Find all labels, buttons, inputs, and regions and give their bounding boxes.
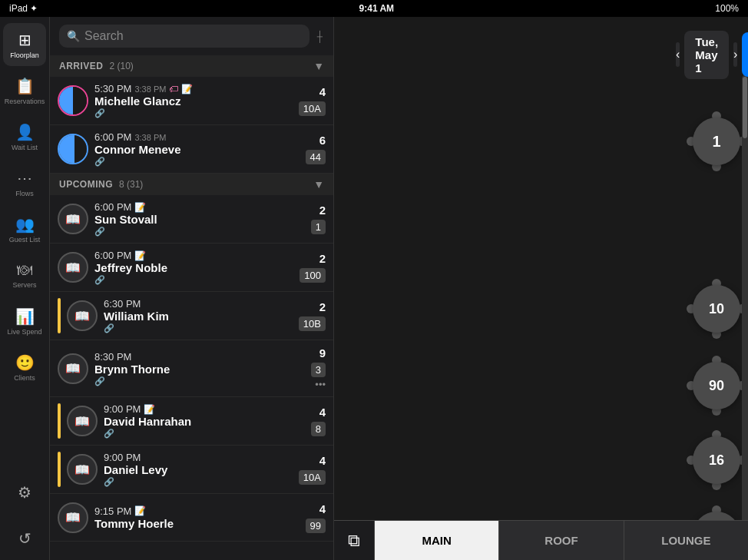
main-layout: ⊞ Floorplan 📋 Reservations 👤 Wait List ⋯… [0, 17, 748, 560]
table-90[interactable]: 90 [685, 354, 748, 417]
ipad-label: iPad ✦ [9, 3, 38, 14]
status-daniel: 📖 [67, 454, 98, 485]
search-input-wrap[interactable]: 🔍 [59, 25, 309, 48]
sidebar-item-settings[interactable]: ⚙ [3, 471, 46, 514]
sidebar-item-refresh[interactable]: ↺ [3, 517, 46, 560]
sidebar-item-flows[interactable]: ⋯ Flows [3, 161, 46, 204]
prev-date-btn[interactable]: ‹ [676, 42, 680, 67]
william-name: William Kim [104, 310, 291, 323]
sun-info: 6:00 PM 📝 Sun Stovall 🔗 [94, 201, 291, 237]
jeffrey-right: 2 100 [291, 252, 326, 283]
tommy-right: 4 99 [291, 502, 326, 533]
michelle-arrived-time: 5:30 PM 3:38 PM 🏷 📝 [94, 83, 291, 94]
search-bar: 🔍 ⟊ [50, 17, 333, 55]
next-date-btn[interactable]: › [733, 42, 737, 67]
tab-roof[interactable]: ROOF [498, 521, 623, 560]
jeffrey-party: 2 [319, 252, 326, 265]
res-item-brynn[interactable]: 📖 8:30 PM Brynn Thorne 🔗 9 3 ••• [50, 340, 333, 397]
reservation-panel: 🔍 ⟊ ARRIVED 2 (10) ▼ 5:30 PM 3:38 PM 🏷 [50, 17, 334, 560]
servers-icon: 🍽 [17, 261, 32, 279]
section-upcoming[interactable]: UPCOMING 8 (31) ▼ [50, 174, 333, 195]
tommy-note-icon: 📝 [134, 505, 146, 516]
tag-icon: 🏷 [169, 84, 178, 94]
jeffrey-note-icon: 📝 [134, 250, 146, 261]
section-arrived[interactable]: ARRIVED 2 (10) ▼ [50, 55, 333, 77]
david-meta: 🔗 [104, 429, 291, 439]
upcoming-list: 📖 6:00 PM 📝 Sun Stovall 🔗 2 1 [50, 195, 333, 560]
sun-meta: 🔗 [94, 227, 291, 237]
daniel-info: 9:00 PM Daniel Levy 🔗 [104, 452, 291, 487]
upcoming-count: 8 (31) [119, 179, 143, 190]
table-1[interactable]: 1 [685, 110, 748, 173]
sidebar-item-waitlist[interactable]: 👤 Wait List [3, 115, 46, 158]
sidebar-item-livespend[interactable]: 📊 Live Spend [3, 300, 46, 343]
livespend-label: Live Spend [7, 328, 41, 336]
arrived-count: 2 (10) [110, 61, 134, 71]
waitlist-label: Wait List [12, 144, 38, 151]
tab-main[interactable]: MAIN [374, 521, 498, 560]
arrived-title: ARRIVED [59, 61, 104, 71]
status-indicator-michelle [58, 85, 88, 116]
connor-arrived-right: 6 44 [291, 134, 326, 164]
link-icon: 🔗 [94, 108, 105, 118]
res-item-william[interactable]: 📖 6:30 PM William Kim 🔗 2 10B [50, 292, 333, 340]
michelle-table: 10A [299, 101, 326, 116]
brynn-party: 9 [319, 346, 326, 360]
michelle-arrived-info: 5:30 PM 3:38 PM 🏷 📝 Michelle Glancz 🔗 [94, 83, 291, 118]
res-item-michelle-arrived[interactable]: 5:30 PM 3:38 PM 🏷 📝 Michelle Glancz 🔗 4 … [50, 77, 333, 125]
clients-label: Clients [14, 374, 35, 382]
table-16[interactable]: 16 [685, 429, 748, 492]
sidebar-item-floorplan[interactable]: ⊞ Floorplan [3, 23, 46, 66]
layers-button[interactable]: ⧉ [334, 521, 374, 561]
david-time: 9:00 PM 📝 [104, 403, 291, 415]
status-left: iPad ✦ [9, 3, 38, 14]
floorplan-icon: ⊞ [18, 31, 31, 49]
date-label[interactable]: Tue, May 1 [684, 31, 729, 79]
david-right: 4 8 [291, 406, 326, 436]
jeffrey-table: 100 [300, 268, 326, 283]
brynn-info: 8:30 PM Brynn Thorne 🔗 [94, 351, 291, 386]
daniel-party: 4 [319, 454, 326, 467]
connor-arrived-meta: 🔗 [94, 157, 291, 167]
daniel-name: Daniel Levy [104, 463, 291, 476]
daniel-table: 10A [299, 470, 326, 485]
guestlist-label: Guest List [9, 236, 41, 244]
urgent-stripe-david [58, 403, 61, 439]
waitlist-icon: 👤 [15, 123, 35, 141]
brynn-time: 8:30 PM [94, 351, 291, 363]
sun-table: 1 [311, 220, 326, 234]
david-note-icon: 📝 [144, 404, 155, 415]
floorplan-label: Floorplan [10, 51, 39, 59]
res-item-tommy[interactable]: 📖 9:15 PM 📝 Tommy Hoerle 4 99 [50, 494, 333, 542]
livespend-icon: 📊 [15, 307, 35, 326]
search-input[interactable] [84, 29, 302, 43]
status-time: 9:41 AM [359, 3, 395, 14]
reservations-label: Reservations [5, 98, 45, 105]
layers-icon: ⧉ [348, 531, 360, 551]
res-item-connor-arrived[interactable]: 6:00 PM 3:38 PM Connor Meneve 🔗 6 44 [50, 125, 333, 174]
tommy-name: Tommy Hoerle [94, 517, 291, 530]
tab-lounge[interactable]: LOUNGE [624, 521, 748, 560]
res-item-daniel[interactable]: 📖 9:00 PM Daniel Levy 🔗 4 10A [50, 446, 333, 494]
sidebar-item-guestlist[interactable]: 👥 Guest List [3, 207, 46, 250]
sun-note-icon: 📝 [134, 202, 146, 213]
michelle-party: 4 [319, 85, 326, 98]
res-item-david[interactable]: 📖 9:00 PM 📝 David Hanrahan 🔗 4 8 [50, 397, 333, 446]
william-right: 2 10B [291, 300, 326, 331]
scrollbar-thumb[interactable] [743, 77, 747, 138]
sidebar-item-reservations[interactable]: 📋 Reservations [3, 69, 46, 112]
go-to-now-button[interactable]: Go To Now [742, 32, 748, 78]
brynn-right: 9 3 ••• [291, 346, 326, 390]
table-10[interactable]: 10 [685, 277, 748, 340]
res-item-jeffrey[interactable]: 📖 6:00 PM 📝 Jeffrey Noble 🔗 2 100 [50, 244, 333, 292]
res-item-sun[interactable]: 📖 6:00 PM 📝 Sun Stovall 🔗 2 1 [50, 195, 333, 244]
william-link-icon: 🔗 [104, 323, 114, 333]
search-icon: 🔍 [67, 30, 80, 42]
arrived-chevron: ▼ [313, 60, 324, 72]
sidebar-item-clients[interactable]: 🙂 Clients [3, 346, 46, 389]
sidebar-item-servers[interactable]: 🍽 Servers [3, 253, 46, 297]
filter-icon[interactable]: ⟊ [316, 28, 324, 45]
flows-label: Flows [15, 190, 34, 197]
upcoming-chevron: ▼ [313, 178, 324, 191]
connor-table: 44 [306, 150, 326, 164]
